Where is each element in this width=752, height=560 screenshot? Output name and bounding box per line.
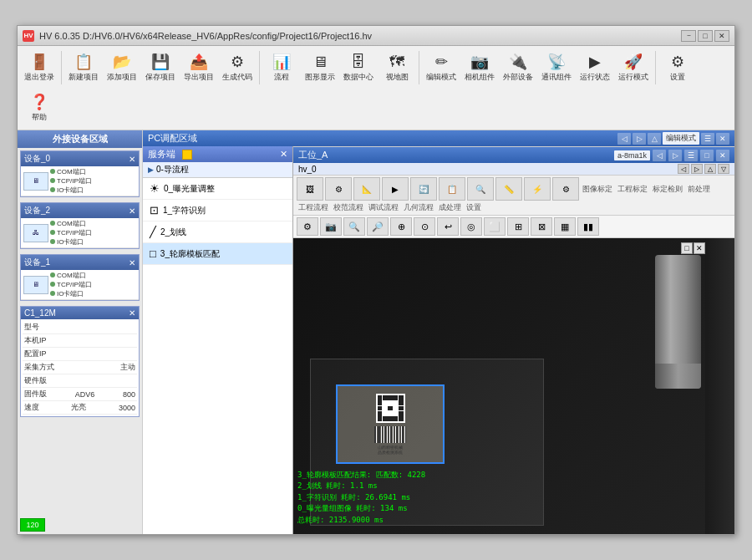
- img-tb-zoom-out[interactable]: 🔎: [367, 217, 389, 236]
- device-0-com: COM端口: [50, 167, 92, 176]
- app-icon: HV: [23, 30, 34, 42]
- device-0-io: IO卡端口: [50, 186, 92, 195]
- exit-icon: 🚪: [30, 53, 48, 72]
- device-2-label: 设备_2: [24, 205, 50, 216]
- new-project-icon: 📋: [74, 53, 93, 72]
- edit-mode-button[interactable]: ✏ 编辑模式: [423, 48, 460, 87]
- img-tb-rect[interactable]: ⬜: [484, 217, 506, 236]
- pc-title: PC调配区域: [148, 132, 197, 145]
- img-tb-reset[interactable]: ↩: [437, 217, 459, 236]
- work-nav-menu[interactable]: ☰: [684, 150, 698, 161]
- img-tb-settings[interactable]: ⚙: [297, 217, 318, 236]
- status-overlay: 3_轮廓模板匹配结果: 匹配数: 4228 2_划线 耗时: 1.1 ms 1_…: [297, 470, 425, 527]
- qr-code: [376, 394, 405, 423]
- run-mode-button[interactable]: 🚀 运行模式: [615, 48, 652, 87]
- flow-tb-debugflow: 调试流程: [368, 202, 399, 213]
- img-tb-cross[interactable]: ⊠: [531, 217, 552, 236]
- gen-code-button[interactable]: ⚙ 生成代码: [219, 48, 256, 87]
- new-project-label: 新建项目: [69, 73, 99, 82]
- flow-tb-geo[interactable]: 📏: [495, 177, 522, 201]
- device-0-tcp: TCP/IP端口: [50, 176, 92, 186]
- flow-item-template[interactable]: □ 3_轮廓模板匹配: [143, 243, 292, 265]
- flow-toolbar: 🖼 ⚙ 📐 ▶ 🔄 📋 🔍 📏 ⚡ ⚙ 图像标定 工程标定 标定检则 前处理: [293, 176, 734, 216]
- img-tb-fit[interactable]: ⊕: [390, 217, 412, 236]
- img-tb-barcode[interactable]: ▮▮: [577, 217, 599, 236]
- sub-nav-d[interactable]: ▽: [718, 164, 729, 174]
- flow-tb-engflow: 工程流程: [298, 202, 328, 213]
- flow-item-ocr[interactable]: ⊡ 1_字符识别: [143, 200, 292, 221]
- display-button[interactable]: 🖥 图形显示: [302, 48, 338, 87]
- img-tb-zoom-in[interactable]: 🔍: [343, 217, 365, 236]
- flow-tb-cal[interactable]: 📐: [353, 177, 380, 201]
- img-tb-select[interactable]: ⊙: [414, 217, 435, 236]
- service-close[interactable]: ✕: [280, 149, 287, 160]
- flow-tb-set[interactable]: ⚙: [552, 177, 579, 201]
- nav-close[interactable]: ✕: [716, 133, 729, 145]
- work-nav-max[interactable]: □: [700, 150, 714, 161]
- sub-nav-l[interactable]: ◁: [678, 164, 689, 174]
- device-2-tcp: TCP/IP端口: [50, 228, 92, 237]
- service-panel: 服务端 ✕ ▶ 0-导流程 ☀ 0_曝光量调整 ⊡: [143, 146, 293, 534]
- nav-up[interactable]: △: [648, 133, 661, 145]
- nav-forward[interactable]: ▷: [633, 133, 646, 145]
- flow-item-line[interactable]: ╱ 2_划线: [143, 221, 292, 243]
- minimize-button[interactable]: －: [681, 30, 696, 42]
- img-tb-camera[interactable]: 📷: [320, 217, 342, 236]
- flow-arrow: ▶: [148, 165, 154, 174]
- map-button[interactable]: 🗺 视地图: [379, 48, 415, 87]
- external-button[interactable]: 🔌 外部设备: [500, 48, 536, 87]
- export-project-button[interactable]: 📤 导出项目: [180, 48, 217, 87]
- template-label: 3_轮廓模板匹配: [160, 248, 220, 260]
- nav-menu[interactable]: ☰: [701, 133, 714, 145]
- device-1-close[interactable]: ✕: [129, 258, 135, 267]
- camera-close[interactable]: ✕: [694, 242, 705, 254]
- settings-button[interactable]: ⚙ 设置: [659, 48, 696, 87]
- flow-tb-img[interactable]: 🖼: [297, 177, 323, 201]
- device-group-2: 设备_2 ✕ 🖧 COM端口 TCP/IP端口 IO卡端口: [20, 202, 140, 249]
- maximize-button[interactable]: □: [698, 30, 713, 42]
- exit-button[interactable]: 🚪 退出登录: [21, 48, 58, 87]
- comm-button[interactable]: 📡 通讯组件: [538, 48, 575, 87]
- img-tb-circle[interactable]: ◎: [460, 217, 482, 236]
- new-project-button[interactable]: 📋 新建项目: [65, 48, 102, 87]
- device-0-close[interactable]: ✕: [129, 155, 135, 164]
- device-1-icon: 🖥: [23, 276, 48, 294]
- flow-tb-proc[interactable]: ⚡: [524, 177, 551, 201]
- flow-tb-flow[interactable]: 🔄: [410, 177, 437, 201]
- sub-nav-r[interactable]: ▷: [691, 164, 703, 174]
- save-project-button[interactable]: 💾 保存项目: [142, 48, 179, 87]
- img-tb-grid[interactable]: ⊞: [507, 217, 529, 236]
- c1-header: C1_12M ✕: [21, 307, 139, 319]
- flow-tb-pre[interactable]: ▶: [382, 177, 409, 201]
- work-nav-close[interactable]: ✕: [716, 150, 729, 161]
- nav-back[interactable]: ◁: [617, 133, 631, 145]
- run-status-button[interactable]: ▶ 运行状态: [577, 48, 613, 87]
- settings-label: 设置: [670, 73, 685, 82]
- c1-close[interactable]: ✕: [129, 308, 135, 318]
- camera-button[interactable]: 📷 相机组件: [461, 48, 498, 87]
- camera-label: 相机组件: [465, 73, 495, 82]
- work-controls: a-8ma1k ◁ ▷ ☰ □ ✕: [614, 150, 729, 161]
- data-center-button[interactable]: 🗄 数据中心: [340, 48, 377, 87]
- comm-icon: 📡: [547, 53, 566, 72]
- scheme-button[interactable]: 📊 流程: [263, 48, 300, 87]
- camera-maximize[interactable]: □: [681, 242, 693, 254]
- device-0-header: 设备_0 ✕: [21, 151, 139, 166]
- close-button[interactable]: ✕: [714, 30, 729, 42]
- img-tb-pattern[interactable]: ▦: [554, 217, 576, 236]
- work-nav-forward[interactable]: ▷: [668, 150, 682, 161]
- save-project-icon: 💾: [151, 53, 170, 72]
- flow-tb-eng[interactable]: ⚙: [325, 177, 352, 201]
- help-button[interactable]: ❓ 帮助: [21, 89, 58, 127]
- flow-tb-debug[interactable]: 🔍: [467, 177, 494, 201]
- exit-label: 退出登录: [24, 73, 54, 82]
- flow-item-brightness[interactable]: ☀ 0_曝光量调整: [143, 178, 292, 200]
- run-status-icon: ▶: [589, 53, 601, 72]
- work-nav-back[interactable]: ◁: [653, 150, 666, 161]
- external-label: 外部设备: [503, 73, 533, 82]
- sub-nav-u[interactable]: △: [704, 164, 716, 174]
- flow-tb-calcheck: 标定检则: [653, 184, 683, 195]
- add-project-button[interactable]: 📂 添加项目: [104, 48, 140, 87]
- device-2-close[interactable]: ✕: [129, 206, 135, 216]
- flow-tb-norm[interactable]: 📋: [439, 177, 465, 201]
